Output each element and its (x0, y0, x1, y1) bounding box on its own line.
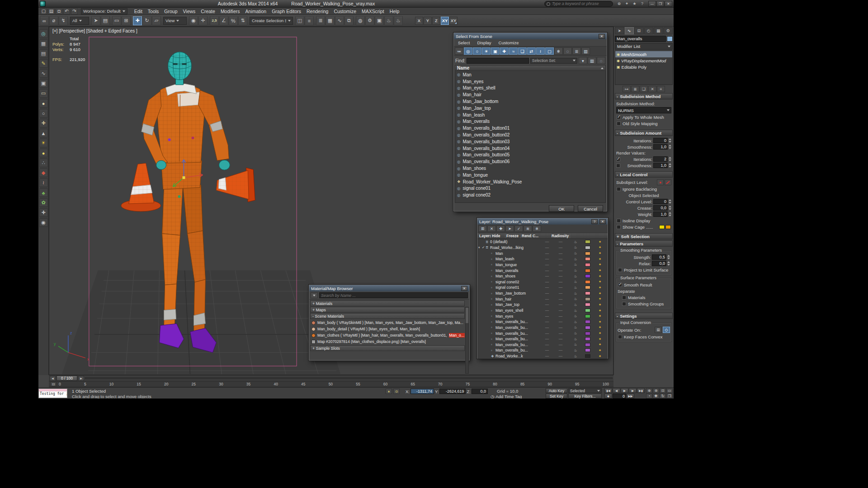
scene-object-row[interactable]: ◎ Man_tongue (455, 172, 605, 178)
cone-primitive-icon[interactable]: ▲ (39, 129, 48, 137)
hide-toggle[interactable]: — (541, 257, 553, 261)
layer-color-swatch[interactable] (585, 297, 590, 301)
tab-motion[interactable]: ◴ (644, 27, 654, 34)
layer-row[interactable]: ▫ Man_overalls_bu... — — ♨ ✦ (477, 330, 608, 336)
checkbox[interactable] (617, 115, 621, 119)
layer-color-swatch[interactable] (585, 314, 590, 318)
layer-row[interactable]: ▫ Man_overalls_bu... — — ♨ ✦ (477, 325, 608, 331)
close-icon[interactable]: ✕ (599, 34, 605, 39)
restore-button[interactable]: ❐ (656, 1, 664, 7)
spinner-arrows[interactable] (669, 206, 671, 210)
dialog-title-bar[interactable]: Select From Scene ✕ (454, 33, 607, 39)
radiosity-toggle-icon[interactable]: ✦ (593, 280, 607, 284)
scene-object-row[interactable]: ◎ Man_shoes (455, 165, 605, 172)
freeze-toggle[interactable]: — (553, 251, 568, 256)
checkbox[interactable] (617, 225, 621, 229)
spinner-field[interactable]: 0,5 (652, 254, 666, 260)
render-toggle-icon[interactable]: ♨ (568, 251, 583, 255)
time-slider-handle[interactable]: 0 / 100 (57, 375, 77, 381)
modifier-visibility-icon[interactable]: ◉ (617, 59, 620, 63)
hide-toggle[interactable]: — (541, 348, 553, 352)
render-toggle-icon[interactable]: ♨ (568, 309, 583, 313)
layer-row[interactable]: ▫ Man_Jaw_bottom — — ♨ ✦ (477, 291, 608, 296)
figure-icon[interactable]: ◉ (39, 218, 48, 227)
render-toggle-icon[interactable]: ♨ (568, 274, 583, 278)
workspace-dropdown[interactable]: Workspace: Default (81, 8, 127, 14)
play-animation-button[interactable]: ▶ (621, 388, 628, 393)
unlink-selection-icon[interactable]: ⌀ (49, 16, 58, 25)
render-toggle-icon[interactable]: ♨ (568, 320, 583, 324)
radiosity-toggle-icon[interactable]: ✦ (593, 320, 607, 324)
radiosity-toggle-icon[interactable]: ✦ (593, 263, 607, 267)
layer-color-swatch[interactable] (585, 326, 590, 329)
hide-toggle[interactable]: — (541, 343, 553, 347)
display-geometry-icon[interactable]: ◎ (464, 47, 472, 55)
scene-object-row[interactable]: ❖ Road_Worker_Walking_Pose (455, 178, 605, 185)
curve-editor-icon[interactable]: ∿ (335, 16, 344, 25)
selection-filter-dropdown[interactable]: All (70, 17, 89, 25)
render-toggle-icon[interactable]: ♨ (568, 297, 583, 301)
omni-light-icon[interactable]: ● (39, 149, 48, 157)
column-header[interactable]: Hide (491, 234, 505, 238)
hide-toggle[interactable]: — (541, 268, 553, 273)
render-toggle-icon[interactable]: ♨ (568, 314, 583, 318)
modifier-visibility-icon[interactable]: ▣ (617, 65, 620, 69)
traffic-cone-right[interactable] (216, 168, 255, 202)
spinner-arrows[interactable] (667, 255, 670, 259)
object-name-field[interactable]: Man_overalls (615, 36, 666, 42)
show-end-result-icon[interactable]: ≣ (631, 86, 639, 92)
dialog-menu-item[interactable]: Customize (495, 40, 522, 46)
minimize-button[interactable]: ― (648, 1, 656, 7)
hide-toggle[interactable]: — (541, 285, 553, 290)
layer-color-swatch[interactable] (585, 269, 590, 272)
listener-text[interactable]: Testing for ; (39, 391, 67, 396)
hide-toggle[interactable]: — (541, 337, 553, 341)
tab-hierarchy[interactable]: ⊟ (634, 27, 644, 34)
undo-icon[interactable]: ↶ (63, 8, 70, 14)
mini-curve-editor-icon[interactable]: ⊟ (50, 382, 57, 386)
smoothing-groups-checkbox[interactable]: Smoothing Groups (622, 301, 670, 306)
menu-item[interactable]: Modifiers (218, 8, 243, 14)
rollout-parameters[interactable]: Parameters (615, 240, 673, 247)
layer-color-swatch[interactable] (585, 291, 590, 295)
track-bar[interactable]: ⊟ 05101520253035404550556065707580859095… (49, 381, 613, 387)
render-iterative-icon[interactable]: ♨ (394, 16, 403, 25)
freeze-toggle[interactable]: — (553, 314, 568, 319)
spinner-field[interactable]: 1,0 (653, 144, 668, 150)
key-mode-toggle[interactable]: ◆ (604, 394, 612, 399)
ignore-backfacing-checkbox[interactable]: Ignore Backfacing (617, 187, 671, 192)
hide-toggle[interactable]: — (541, 251, 553, 256)
scene-object-row[interactable]: ◎ Man_leash (455, 112, 605, 118)
configure-modifier-sets-icon[interactable]: ≡ (657, 86, 665, 92)
scene-object-row[interactable]: ◎ Man_overalls_button01 (455, 125, 605, 131)
named-selection-dropdown[interactable]: Create Selection Se (250, 17, 293, 25)
modifier-stack-item[interactable]: ◉ VRayDisplacementMod (615, 57, 672, 64)
layer-row[interactable]: ▫ Man_overalls_bu... — — ♨ ✦ (477, 319, 608, 325)
layer-grid-icon[interactable]: ▤ (39, 49, 48, 58)
scene-object-row[interactable]: ◎ signal cone01 (455, 185, 605, 192)
layer-row[interactable]: ▫ signal cone01 — — ♨ ✦ (477, 285, 608, 291)
layer-row[interactable]: ❖ Road_Worke...k — — ♨ ✦ (477, 353, 608, 359)
bone-tool-icon[interactable]: ≀ (39, 178, 48, 187)
ok-button[interactable]: OK (549, 205, 574, 212)
select-by-name-icon[interactable]: ▤ (101, 16, 110, 25)
select-and-scale-icon[interactable]: ▱ (152, 16, 161, 25)
radiosity-toggle-icon[interactable]: ✦ (593, 251, 607, 255)
zoom-icon[interactable]: ⊕ (646, 388, 652, 393)
layer-row[interactable]: ▫ Man_overalls — — ♨ ✦ (477, 267, 608, 273)
make-unique-icon[interactable]: ❏ (640, 86, 648, 92)
scene-materials-group-header[interactable]: - Scene Materials (310, 313, 465, 319)
paint-deform-icon[interactable]: ◆ (39, 169, 48, 177)
layer-row[interactable]: ▾ ✓ ≣ Road_Worke...lking — — ♨ ✦ (477, 245, 608, 251)
previous-frame-button[interactable]: ◀ (613, 388, 620, 393)
align-icon[interactable]: ≡ (305, 16, 314, 25)
angle-snap-icon[interactable]: ∠ (219, 16, 228, 25)
hide-toggle[interactable]: — (541, 274, 553, 278)
select-and-rotate-icon[interactable]: ↻ (142, 16, 151, 25)
open-file-icon[interactable]: ▤ (48, 8, 55, 14)
modifier-stack-item[interactable]: ▣ Editable Poly (615, 64, 672, 70)
new-scene-icon[interactable]: ▢ (40, 8, 47, 14)
radiosity-toggle-icon[interactable]: ✦ (593, 331, 607, 335)
lock-list-icon[interactable]: ◌ (597, 57, 605, 64)
add-time-tag[interactable]: ◷ Add Time Tag (491, 394, 522, 399)
